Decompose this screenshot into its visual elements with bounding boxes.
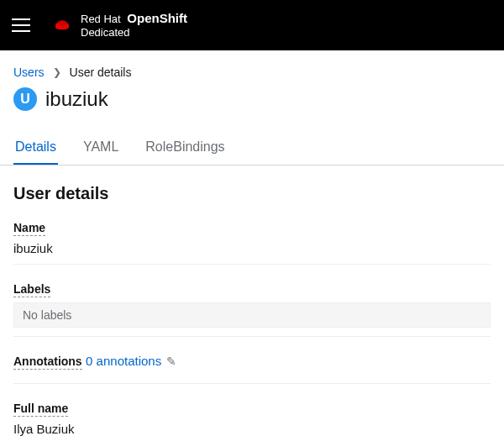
fullname-label: Full name: [13, 402, 68, 417]
annotations-count: 0 annotations: [86, 354, 161, 368]
user-badge-icon: U: [13, 87, 37, 111]
brand-text: Red Hat OpenShift Dedicated: [81, 12, 187, 39]
tab-rolebindings[interactable]: RoleBindings: [144, 129, 226, 165]
labels-empty: No labels: [13, 302, 491, 328]
name-label: Name: [13, 221, 45, 236]
annotations-edit-link[interactable]: 0 annotations ✎: [86, 354, 176, 368]
tabs: Details YAML RoleBindings: [0, 129, 504, 165]
breadcrumb-users-link[interactable]: Users: [13, 66, 45, 79]
annotations-label: Annotations: [13, 355, 82, 370]
section-heading: User details: [13, 184, 491, 203]
menu-toggle-button[interactable]: [12, 15, 32, 35]
labels-label: Labels: [13, 282, 50, 297]
brand-product: OpenShift: [127, 11, 187, 25]
brand-edition: Dedicated: [81, 27, 187, 39]
name-value: ibuziuk: [13, 241, 491, 255]
tab-yaml[interactable]: YAML: [81, 129, 120, 165]
field-name: Name ibuziuk: [13, 220, 491, 265]
fullname-value: Ilya Buziuk: [13, 422, 491, 436]
field-annotations: Annotations 0 annotations ✎: [13, 354, 491, 384]
brand-logo[interactable]: Red Hat OpenShift Dedicated: [50, 12, 187, 39]
field-fullname: Full name Ilya Buziuk: [13, 401, 491, 436]
redhat-logo-icon: [50, 13, 74, 37]
tab-details[interactable]: Details: [13, 129, 58, 165]
details-section: User details Name ibuziuk Labels No labe…: [0, 165, 504, 436]
top-navbar: Red Hat OpenShift Dedicated: [0, 0, 504, 50]
pencil-icon: ✎: [166, 355, 176, 368]
svg-point-1: [57, 20, 66, 26]
field-labels: Labels No labels: [13, 281, 491, 337]
page-title: ibuziuk: [45, 87, 108, 111]
page-title-row: U ibuziuk: [13, 87, 491, 111]
breadcrumb: Users ❯ User details: [13, 66, 491, 79]
chevron-right-icon: ❯: [53, 66, 61, 78]
breadcrumb-current: User details: [70, 66, 132, 79]
brand-company: Red Hat: [81, 13, 121, 25]
